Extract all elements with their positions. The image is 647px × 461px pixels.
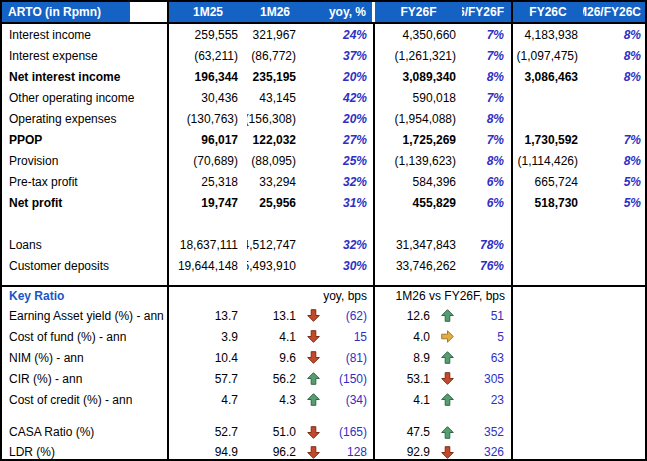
arrow-up-icon <box>307 393 320 406</box>
cell-1m26-fy26c <box>583 326 645 347</box>
cell-fy26c <box>513 255 583 276</box>
cell-fy26c: 3,086,463 <box>513 66 583 87</box>
blank-cell <box>169 213 247 234</box>
cell-fy26f: 3,089,340 <box>375 66 462 87</box>
cell-1m26-fy26c: 8% <box>583 150 645 171</box>
cell-label: LDR (%) <box>2 442 169 461</box>
ratio-row: LDR (%)94.996.212892.9326 <box>2 442 645 461</box>
cell-1m26: 25,956 <box>247 192 303 213</box>
cell-1m26-fy26c: 7% <box>583 129 645 150</box>
pnl-row: Net interest income196,344235,19520%3,08… <box>2 66 645 87</box>
cell-fy26c: 1,730,592 <box>513 129 583 150</box>
cell-1m25: 25,318 <box>169 171 247 192</box>
cell-yoy: 20% <box>303 66 375 87</box>
cell-label: Cost of credit (%) - ann <box>2 389 169 410</box>
cell-1m25: 19,644,148 <box>169 255 247 276</box>
cell-fy26f: 590,018 <box>375 87 462 108</box>
blank-cell <box>513 410 583 422</box>
cell-label: Provision <box>2 150 169 171</box>
cell-yoy-bps: (165) <box>303 422 375 442</box>
blank-cell <box>583 410 645 422</box>
blank-cell <box>462 276 513 285</box>
cell-yoy: 27% <box>303 129 375 150</box>
cell-1m25: 57.7 <box>169 368 247 389</box>
cell-1m26-fy26f: 8% <box>462 150 513 171</box>
cell-1m25: 18,637,111 <box>169 234 247 255</box>
arrow-up-icon <box>307 372 320 385</box>
key-ratio-title: Key Ratio <box>2 287 169 305</box>
cell-fy26f: 4,350,660 <box>375 24 462 45</box>
balance-row: Customer deposits19,644,14825,493,91030%… <box>2 255 645 276</box>
cell-fy26f: 33,746,262 <box>375 255 462 276</box>
cell-1m26: 33,294 <box>247 171 303 192</box>
cell-yoy: 37% <box>303 45 375 66</box>
cell-1m26-fy26c: 8% <box>583 45 645 66</box>
arrow-down-icon <box>307 330 320 343</box>
blank-cell <box>2 213 169 234</box>
cell-fy26f: 1,725,269 <box>375 129 462 150</box>
ratio-row: CIR (%) - ann57.756.2(150)53.1305 <box>2 368 645 389</box>
arrow-right-icon <box>441 330 454 343</box>
cell-fy26c: 518,730 <box>513 192 583 213</box>
header-fy26c: FY26C <box>513 2 583 22</box>
cell-yoy: 24% <box>303 24 375 45</box>
header-company: ARTO (in Rpmn) <box>2 2 169 22</box>
header-1m26: 1M26 <box>247 2 303 22</box>
cell-1m26: 43,145 <box>247 87 303 108</box>
cell-fy26f: 4.0 <box>375 326 432 347</box>
blank-cell <box>303 213 375 234</box>
pnl-row: Other operating income30,43643,14542%590… <box>2 87 645 108</box>
cell-label: Pre-tax profit <box>2 171 169 192</box>
blank-cell <box>513 213 583 234</box>
cell-1m26-fy26c <box>583 87 645 108</box>
cell-1m26: 122,032 <box>247 129 303 150</box>
cell-1m26-fy26c <box>583 108 645 129</box>
arrow-up-icon <box>441 426 454 439</box>
cell-yoy: 32% <box>303 171 375 192</box>
arrow-up-icon <box>441 393 454 406</box>
balance-row: Loans18,637,11124,512,74732%31,347,84378… <box>2 234 645 255</box>
cell-1m25: 94.9 <box>169 442 247 461</box>
cell-label: Net profit <box>2 192 169 213</box>
vs-fy26f-bps-header: 1M26 vs FY26F, bps <box>375 287 513 305</box>
arrow-down-icon <box>441 372 454 385</box>
cell-fy26f: 53.1 <box>375 368 432 389</box>
cell-1m26-fy26f: 7% <box>462 45 513 66</box>
blank-cell <box>375 410 462 422</box>
cell-1m26: 235,195 <box>247 66 303 87</box>
cell-label: NIM (%) - ann <box>2 347 169 368</box>
cell-1m26-fy26f: 7% <box>462 129 513 150</box>
blank-row <box>2 213 645 234</box>
financial-table: ARTO (in Rpmn) 1M25 1M26 yoy, % FY26F 1M… <box>0 0 647 461</box>
cell-fy26f: 47.5 <box>375 422 432 442</box>
key-ratio-header: Key Ratioyoy, bps1M26 vs FY26F, bps <box>2 285 645 305</box>
cell-1m25: 259,555 <box>169 24 247 45</box>
cell-fy26c <box>513 442 583 461</box>
yoy-bps-value: 128 <box>347 445 367 459</box>
cell-label: Other operating income <box>2 87 169 108</box>
arrow-down-icon <box>307 446 320 459</box>
cell-fy26f: 584,396 <box>375 171 462 192</box>
arrow-down-icon <box>307 309 320 322</box>
blank-cell <box>375 213 462 234</box>
pnl-row: Net profit19,74725,95631%455,8296%518,73… <box>2 192 645 213</box>
pnl-row: Operating expenses(130,763)(156,308)20%(… <box>2 108 645 129</box>
cell-1m26-fy26c <box>583 422 645 442</box>
header-fy26f: FY26F <box>375 2 462 22</box>
cell-1m26-fy26c <box>583 368 645 389</box>
ratio-row: CASA Ratio (%)52.751.0(165)47.5352 <box>2 422 645 442</box>
cell-label: Loans <box>2 234 169 255</box>
blank-row <box>2 276 645 285</box>
cell-1m26-fy26f: 6% <box>462 192 513 213</box>
cell-1m26: 51.0 <box>247 422 303 442</box>
cell-1m26-fy26f: 76% <box>462 255 513 276</box>
key-ratio-spacer <box>513 287 645 305</box>
cell-fy26c <box>513 389 583 410</box>
blank-cell <box>247 410 303 422</box>
cell-1m26-fy26f: 6% <box>462 171 513 192</box>
blank-cell <box>247 213 303 234</box>
table-body: Interest income259,555321,96724%4,350,66… <box>2 24 645 461</box>
pnl-row: Interest expense(63,211)(86,772)37%(1,26… <box>2 45 645 66</box>
cell-1m26-fy26c: 5% <box>583 192 645 213</box>
yoy-bps-value: 15 <box>354 330 367 344</box>
